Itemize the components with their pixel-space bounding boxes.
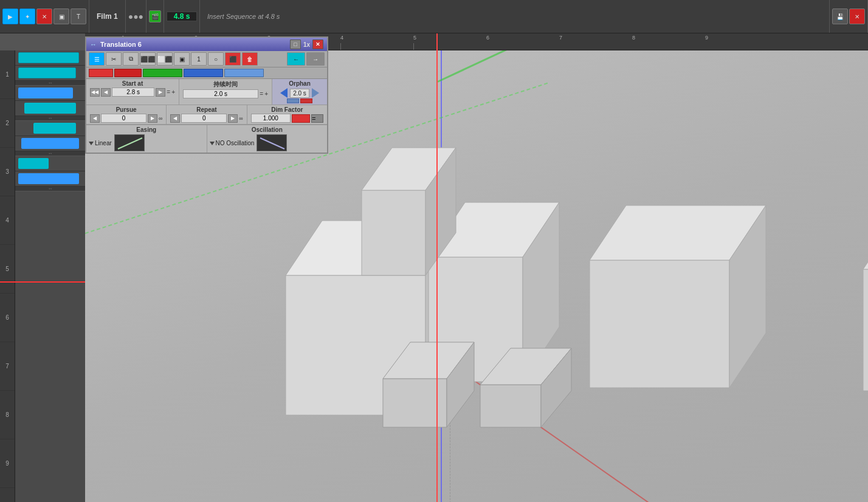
color-bar-1[interactable]	[89, 69, 113, 77]
track-num-3: 3	[0, 148, 15, 196]
play-btn[interactable]: 🎬	[149, 10, 161, 22]
panel-tool-keys[interactable]: ⬛⬛	[140, 52, 156, 66]
dim-factor-btn[interactable]: =	[311, 114, 323, 123]
duration-label: 持续时间	[183, 80, 268, 89]
repeat-label: Repeat	[170, 106, 243, 113]
track-num-1: 1	[0, 50, 15, 99]
clip-1a[interactable]	[18, 52, 79, 63]
start-next-btn[interactable]: ▶	[156, 88, 165, 97]
clip-3b[interactable]	[21, 138, 79, 149]
panel-header-right: □ 1x ✕	[290, 40, 323, 49]
clip-2a[interactable]	[18, 88, 73, 98]
svg-line-1	[260, 138, 284, 149]
tool5-btn[interactable]: T	[71, 9, 86, 24]
panel-tool-list[interactable]: ☰	[89, 52, 105, 66]
track-resize-1[interactable]: ↔	[15, 81, 85, 86]
panel-tool-time[interactable]: ▣	[174, 52, 190, 66]
oscillation-dropdown-icon[interactable]	[210, 142, 215, 145]
tool3-btn[interactable]: ✕	[36, 9, 52, 24]
panel-icon-toolbar: ☰ ✂ ⧉ ⬛⬛ ⬜⬛ ▣ 1 ○ ⬛ 🗑 ← →	[86, 51, 327, 67]
dim-factor-section: Dim Factor 1.000 =	[247, 105, 327, 124]
clip-4a[interactable]	[18, 158, 49, 169]
color-bar-2[interactable]	[114, 69, 142, 77]
tool4-btn[interactable]: ▣	[53, 9, 69, 24]
panel-title: Translation 6	[100, 41, 142, 48]
color-bar-5[interactable]	[224, 69, 264, 77]
pursue-value[interactable]: 0	[101, 114, 146, 123]
track-num-6: 6	[0, 294, 15, 342]
easing-value: Linear	[95, 140, 112, 146]
easing-select[interactable]: Linear	[89, 140, 112, 146]
pursue-right-btn[interactable]: ▶	[148, 114, 157, 123]
repeat-value[interactable]: 0	[181, 114, 227, 123]
animation-icon-section: 🎬	[146, 0, 164, 33]
dim-factor-value[interactable]: 1.000	[251, 114, 291, 123]
track-num-8: 8	[0, 391, 15, 439]
track-row-2a	[15, 86, 85, 101]
clip-4b[interactable]	[18, 173, 79, 184]
track-row-1b	[15, 66, 85, 81]
orphan-section: Orphan 2.0 s	[272, 79, 327, 105]
ruler-mark-6: 6	[486, 35, 489, 41]
orphan-arrow-right[interactable]	[312, 88, 319, 98]
select-tool-btn[interactable]: ▶	[2, 9, 18, 24]
panel-tool-copy[interactable]: ⧉	[123, 52, 139, 66]
playhead[interactable]	[436, 33, 438, 502]
start-at-value[interactable]: 2.8 s	[112, 88, 154, 97]
duration-value[interactable]: 2.0 s	[183, 89, 258, 98]
repeat-left-btn[interactable]: ◀	[170, 114, 180, 123]
panel-tool-trim[interactable]: ⬜⬛	[157, 52, 173, 66]
ruler-mark-4: 4	[340, 35, 343, 41]
ruler-mark-7: 7	[559, 35, 562, 41]
translation-icon: ↔	[90, 41, 97, 48]
repeat-right-btn[interactable]: ▶	[228, 114, 238, 123]
oscillation-curve-preview	[257, 134, 287, 151]
start-prev2-btn[interactable]: ◀	[101, 88, 111, 97]
toolbar-section-left: ▶ ✦ ✕ ▣ T	[0, 0, 89, 33]
box3-front	[590, 260, 729, 388]
panel-settings-btn[interactable]: □	[290, 40, 301, 49]
color-bar-3[interactable]	[143, 69, 182, 77]
clip-3a[interactable]	[33, 123, 76, 134]
clip-2b[interactable]	[24, 103, 76, 114]
pursue-left-btn[interactable]: ◀	[90, 114, 100, 123]
tool2-btn[interactable]: ✦	[19, 9, 35, 24]
panel-tool-cut[interactable]: ✂	[106, 52, 122, 66]
orphan-arrow-left[interactable]	[280, 88, 288, 98]
multiplier-label: 1x	[303, 41, 310, 48]
easing-curve-preview	[114, 134, 145, 151]
panel-tool-left-arrow[interactable]: ←	[287, 52, 305, 66]
start-prev-btn[interactable]: ◀◀	[90, 88, 100, 97]
track-resize-3[interactable]: ↔	[15, 151, 85, 156]
panel-tool-1[interactable]: 1	[191, 52, 207, 66]
start-at-label: Start at	[90, 80, 175, 87]
close-btn[interactable]: ✕	[849, 9, 865, 24]
clip-1b[interactable]	[18, 67, 76, 78]
start-duration-row: Start at ◀◀ ◀ 2.8 s ▶ = + 持续时间 2.0 s = +…	[86, 79, 327, 105]
insert-section: Insert Sequence at 4.8 s	[200, 0, 830, 33]
film-title: Film 1	[92, 12, 123, 21]
orphan-value[interactable]: 2.0 s	[290, 89, 309, 98]
track-resize-2[interactable]: ↔	[15, 116, 85, 121]
color-bar-4[interactable]	[184, 69, 223, 77]
panel-tool-circle[interactable]: ○	[208, 52, 224, 66]
panel-tool-right-arrow[interactable]: →	[306, 52, 325, 66]
recording-indicator: ●●●	[128, 12, 143, 21]
save-btn[interactable]: 💾	[832, 9, 848, 24]
oscillation-section: Oscillation NO Oscillation	[207, 125, 328, 153]
track-num-4: 4	[0, 196, 15, 245]
track-num-2: 2	[0, 99, 15, 148]
track-num-5: 5	[0, 245, 15, 294]
panel-close-btn[interactable]: ✕	[312, 40, 323, 49]
pursue-inf: ∞	[159, 115, 162, 122]
save-section: 💾 ✕	[830, 0, 868, 33]
track-resize-4[interactable]: ↔	[15, 187, 85, 191]
timeline-panel: 1 2 3 4 5 6 7 8 9 ↔ ↔	[0, 33, 85, 502]
panel-tool-stop[interactable]: ⬛	[225, 52, 241, 66]
panel-tool-delete[interactable]: 🗑	[242, 52, 258, 66]
dim-factor-label: Dim Factor	[251, 106, 323, 113]
easing-dropdown-icon[interactable]	[89, 142, 94, 145]
dots-section: ●●●	[126, 0, 146, 33]
oscillation-select[interactable]: NO Oscillation	[210, 140, 255, 146]
svg-line-0	[118, 138, 142, 149]
